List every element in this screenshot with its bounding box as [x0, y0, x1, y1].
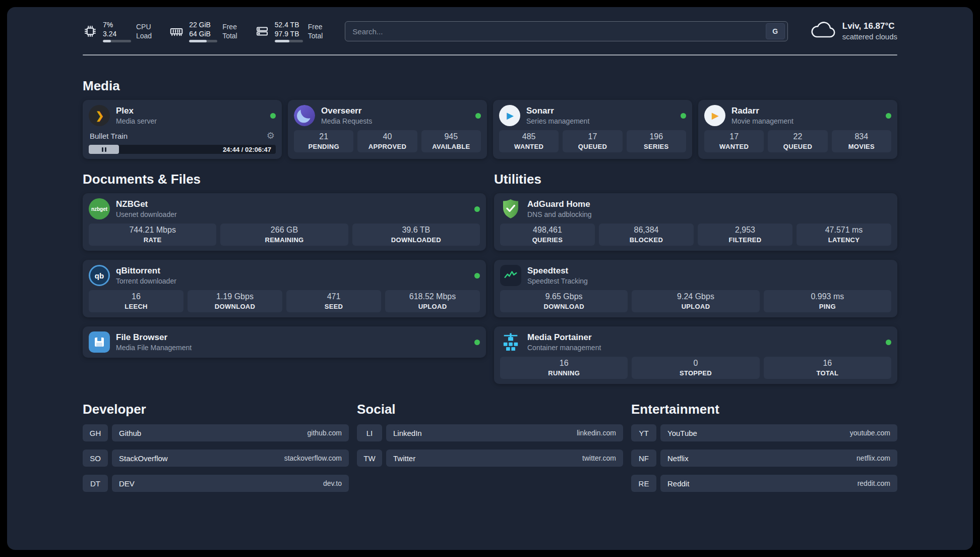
bookmark-link-github[interactable]: Github github.com — [112, 424, 349, 441]
stat-tile: 0 STOPPED — [632, 357, 759, 379]
stats: 17 WANTED 22 QUEUED 834 MOVIES — [704, 130, 891, 152]
stat-label: PING — [819, 303, 836, 310]
bookmark-link-linkedin[interactable]: LinkedIn linkedin.com — [386, 424, 623, 441]
app-title: Sonarr Series management — [526, 105, 589, 126]
bookmark-abbr-badge[interactable]: TW — [357, 450, 382, 467]
stat-tile: 40 APPROVED — [357, 130, 417, 152]
bookmark-row: YT YouTube youtube.com — [631, 424, 897, 441]
cpu-labels: CPU Load — [136, 22, 152, 40]
qbittorrent-icon: qb — [89, 265, 110, 286]
section-title-developer: Developer — [83, 401, 349, 417]
stat-label: RATE — [144, 236, 162, 244]
memory-icon — [169, 24, 184, 39]
bookmark-link-reddit[interactable]: Reddit reddit.com — [660, 475, 897, 492]
cpu-load-value: 3.24 — [103, 29, 131, 38]
app-card-qbittorrent[interactable]: qb qBittorrent Torrent downloader 16 LEE… — [83, 260, 486, 317]
bookmark-link-dev[interactable]: DEV dev.to — [112, 475, 349, 492]
bookmark-abbr-badge[interactable]: YT — [631, 424, 656, 441]
stat-value: 9.65 Gbps — [545, 292, 583, 301]
bookmark-name: Twitter — [393, 454, 415, 463]
documents-column: Documents & Files nzbget NZBGet Usenet d… — [83, 171, 486, 384]
app-name: Media Portainer — [527, 332, 601, 343]
card-header: File Browser Media File Management — [89, 331, 480, 353]
app-card-speedtest[interactable]: Speedtest Speedtest Tracking 9.65 Gbps D… — [494, 260, 897, 317]
app-card-sonarr[interactable]: ▶ Sonarr Series management 485 WANTED 17… — [493, 100, 692, 159]
bookmark-abbr-badge[interactable]: RE — [631, 475, 656, 492]
cpu-load-label: Load — [136, 31, 152, 40]
pause-icon[interactable] — [89, 145, 119, 154]
stat-value: 16 — [823, 359, 832, 368]
bookmark-abbr-badge[interactable]: DT — [83, 475, 108, 492]
bookmark-abbr-badge[interactable]: SO — [83, 450, 108, 467]
app-card-radarr[interactable]: ▶ Radarr Movie management 17 WANTED 22 Q… — [698, 100, 897, 159]
status-dot-online — [886, 340, 891, 345]
bookmark-row: NF Netflix netflix.com — [631, 450, 897, 467]
gear-icon[interactable]: ⚙ — [267, 130, 275, 141]
app-card-adguard[interactable]: AdGuard Home DNS and adblocking 498,461 … — [494, 193, 897, 251]
bookmark-row: LI LinkedIn linkedin.com — [357, 424, 623, 441]
cpu-widget: 7% 3.24 CPU Load — [83, 20, 152, 42]
bookmark-link-netflix[interactable]: Netflix netflix.com — [660, 450, 897, 467]
section-title-media: Media — [83, 78, 897, 94]
stat-tile: 196 SERIES — [627, 130, 686, 152]
stat-label: STOPPED — [680, 369, 712, 377]
app-name: qBittorrent — [116, 265, 176, 276]
stat-tile: 945 AVAILABLE — [421, 130, 481, 152]
stat-tile: 16 RUNNING — [500, 357, 628, 379]
app-card-plex[interactable]: ❯ Plex Media server Bullet Train ⚙ 24:44… — [83, 100, 282, 159]
ram-widget: 22 GiB 64 GiB Free Total — [169, 20, 237, 42]
bookmark-group-developer: Developer GH Github github.com SO StackO… — [83, 401, 349, 500]
status-dot-online — [886, 113, 891, 119]
bookmark-row: DT DEV dev.to — [83, 475, 349, 492]
search-input[interactable] — [352, 27, 765, 36]
stat-tile: 498,461 QUERIES — [500, 224, 595, 246]
bookmark-name: DEV — [119, 479, 135, 488]
stat-value: 0 — [694, 359, 698, 368]
main-columns: Documents & Files nzbget NZBGet Usenet d… — [83, 171, 897, 384]
bookmark-link-stackoverflow[interactable]: StackOverflow stackoverflow.com — [112, 450, 349, 467]
bookmark-group-social: Social LI LinkedIn linkedin.com TW Twitt… — [357, 401, 623, 500]
bookmark-link-twitter[interactable]: Twitter twitter.com — [386, 450, 623, 467]
stat-label: SEED — [325, 303, 343, 310]
stat-label: MOVIES — [848, 143, 875, 150]
stat-value: 1.19 Gbps — [216, 292, 254, 301]
search-bar[interactable]: G — [345, 21, 787, 41]
app-subtitle: Movie management — [731, 117, 793, 126]
app-card-filebrowser[interactable]: File Browser Media File Management — [83, 326, 486, 358]
playback-progress-bar[interactable]: 24:44 / 02:06:47 — [89, 145, 276, 154]
bookmark-abbr-badge[interactable]: GH — [83, 424, 108, 441]
stat-tile: 834 MOVIES — [832, 130, 891, 152]
search-engine-badge[interactable]: G — [766, 23, 785, 39]
bookmark-abbr-badge[interactable]: LI — [357, 424, 382, 441]
disk-usage-bar — [275, 40, 303, 42]
ram-values: 22 GiB 64 GiB — [189, 20, 217, 42]
bookmark-abbr-badge[interactable]: NF — [631, 450, 656, 467]
status-dot-online — [474, 340, 480, 345]
app-title: Media Portainer Container management — [527, 332, 601, 352]
card-header: AdGuard Home DNS and adblocking — [500, 198, 891, 219]
stat-value: 471 — [327, 292, 341, 301]
stat-label: AVAILABLE — [432, 143, 470, 150]
media-card-row: ❯ Plex Media server Bullet Train ⚙ 24:44… — [83, 100, 897, 159]
disk-free-label: Free — [308, 22, 323, 31]
stat-label: QUEUED — [783, 143, 812, 150]
bookmark-url: stackoverflow.com — [284, 454, 342, 462]
app-name: NZBGet — [116, 199, 177, 209]
disk-free-value: 52.4 TB — [275, 20, 303, 29]
stat-label: APPROVED — [369, 143, 406, 150]
stat-value: 945 — [444, 132, 458, 141]
stat-value: 834 — [854, 132, 868, 141]
app-card-nzbget[interactable]: nzbget NZBGet Usenet downloader 744.21 M… — [83, 193, 486, 251]
bookmark-link-youtube[interactable]: YouTube youtube.com — [660, 424, 897, 441]
app-title: Plex Media server — [116, 105, 157, 126]
app-card-overseerr[interactable]: Overseerr Media Requests 21 PENDING 40 A… — [288, 100, 487, 159]
stat-value: 485 — [522, 132, 536, 141]
stat-tile: 618.52 Mbps UPLOAD — [385, 290, 480, 312]
stat-value: 744.21 Mbps — [129, 226, 176, 235]
app-title: Radarr Movie management — [731, 105, 793, 126]
bookmark-row: RE Reddit reddit.com — [631, 475, 897, 492]
app-card-portainer[interactable]: Media Portainer Container management 16 … — [494, 326, 897, 384]
stat-label: BLOCKED — [630, 236, 663, 244]
card-header: ❯ Plex Media server — [89, 105, 276, 126]
stat-label: WANTED — [719, 143, 749, 150]
